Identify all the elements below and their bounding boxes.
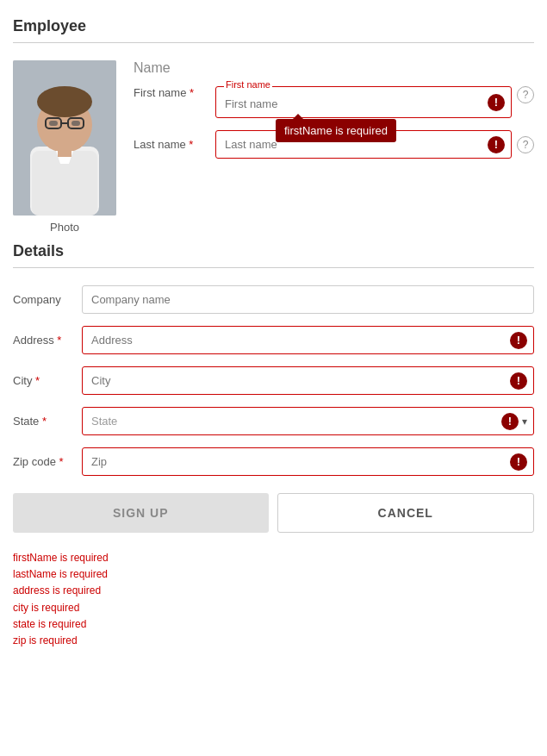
chevron-down-icon: ▾ xyxy=(522,415,527,428)
first-name-error-icon: ! xyxy=(488,94,505,111)
city-row: City * ! xyxy=(13,366,534,395)
company-label: Company xyxy=(13,293,82,306)
error-city: city is required xyxy=(13,600,534,616)
state-input-wrapper: State ! ▾ xyxy=(82,407,534,435)
error-zip: zip is required xyxy=(13,633,534,649)
first-name-row: First name * First name ! firstName is r… xyxy=(134,86,534,118)
employee-title: Employee xyxy=(13,17,534,35)
cancel-button[interactable]: CANCEL xyxy=(277,493,535,533)
details-divider xyxy=(13,267,534,268)
address-row: Address * ! xyxy=(13,326,534,354)
details-title: Details xyxy=(13,242,534,260)
svg-rect-4 xyxy=(49,121,58,126)
zip-input[interactable] xyxy=(82,447,534,476)
city-label: City * xyxy=(13,374,82,387)
svg-point-3 xyxy=(37,86,92,117)
address-input[interactable] xyxy=(82,326,534,354)
company-input-wrapper xyxy=(82,285,534,314)
signup-button[interactable]: SIGN UP xyxy=(13,493,269,533)
first-name-label: First name * xyxy=(134,86,215,99)
zip-label: Zip code * xyxy=(13,455,82,468)
employee-content: Photo Name First name * First name ! fir… xyxy=(13,60,534,234)
company-row: Company xyxy=(13,285,534,314)
zip-input-wrapper: ! xyxy=(82,447,534,476)
city-input[interactable] xyxy=(82,366,534,395)
address-label: Address * xyxy=(13,334,82,347)
button-row: SIGN UP CANCEL xyxy=(13,493,534,533)
details-section: Details Company Address * ! City * xyxy=(13,242,534,476)
first-name-tooltip: firstName is required xyxy=(276,119,396,142)
error-lastName: lastName is required xyxy=(13,566,534,583)
details-content: Company Address * ! City * ! xyxy=(13,285,534,476)
photo-label: Photo xyxy=(50,221,79,234)
first-name-input-wrapper: First name ! firstName is required xyxy=(215,86,512,118)
address-input-wrapper: ! xyxy=(82,326,534,354)
photo-container xyxy=(13,60,116,216)
state-error-icon: ! xyxy=(501,413,519,430)
name-column: Name First name * First name ! firstName… xyxy=(134,60,534,171)
error-firstName: firstName is required xyxy=(13,550,534,566)
first-name-help-icon[interactable]: ? xyxy=(517,86,534,103)
employee-section: Employee xyxy=(13,17,534,234)
employee-divider xyxy=(13,42,534,43)
state-label: State * xyxy=(13,415,82,428)
last-name-error-icon: ! xyxy=(488,136,505,153)
first-name-floating-label: First name xyxy=(224,79,272,90)
state-row: State * State ! ▾ xyxy=(13,407,534,435)
zip-row: Zip code * ! xyxy=(13,447,534,476)
employee-photo-svg xyxy=(13,60,116,216)
company-input[interactable] xyxy=(82,285,534,314)
first-name-input[interactable] xyxy=(215,86,512,118)
error-state: state is required xyxy=(13,616,534,633)
last-name-label: Last name * xyxy=(134,138,215,151)
name-heading: Name xyxy=(134,60,534,76)
svg-rect-5 xyxy=(71,121,80,126)
error-messages: firstName is required lastName is requir… xyxy=(13,550,534,649)
error-address: address is required xyxy=(13,583,534,599)
photo-column: Photo xyxy=(13,60,116,234)
city-input-wrapper: ! xyxy=(82,366,534,395)
last-name-help-icon[interactable]: ? xyxy=(517,136,534,153)
state-select[interactable]: State xyxy=(82,407,534,435)
svg-rect-11 xyxy=(58,147,71,157)
state-select-icons: ! ▾ xyxy=(501,413,527,430)
